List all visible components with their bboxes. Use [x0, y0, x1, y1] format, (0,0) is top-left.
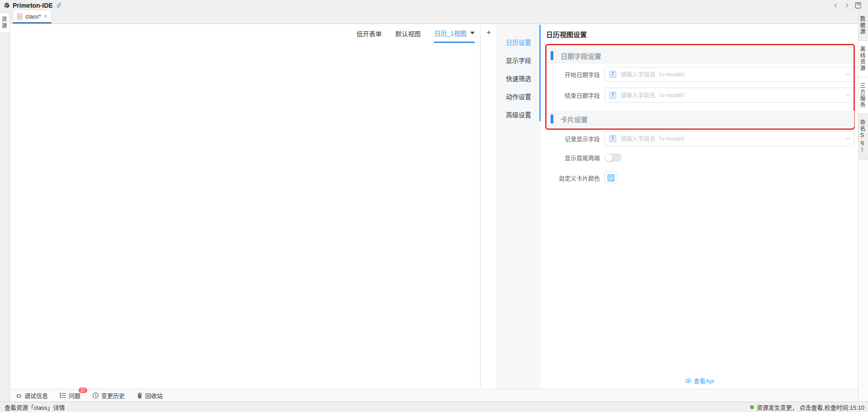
field-row-end-date: 结束日期字段 T [548, 88, 854, 103]
view-tab-default-view[interactable]: 默认视图 [395, 24, 420, 43]
problems-button[interactable]: 问题 37 [60, 391, 80, 400]
document-icon [17, 13, 23, 20]
left-rail: 资源 [0, 10, 10, 402]
left-rail-item-resources[interactable]: 资源 [0, 12, 9, 33]
view-api-link[interactable]: 查看Api [541, 376, 858, 385]
editor-tab-strip: class* × [10, 10, 858, 24]
status-bar: 查看资源「class」详情 资源发生变更， 点击查看,检查时间:15:10 [0, 402, 868, 412]
field-label: 开始日期字段 [548, 70, 604, 79]
view-tab-calendar-view[interactable]: 日历_1视图 [434, 24, 475, 43]
settings-nav-advanced[interactable]: 高级设置 [496, 105, 541, 123]
resource-change-status[interactable]: 资源发生变更， 点击查看,检查时间:15:10 [750, 403, 868, 412]
text-field-icon: T [609, 135, 616, 142]
start-date-field-select[interactable]: T [604, 67, 854, 82]
view-tabs: 低开表单 默认视图 日历_1视图 [356, 24, 475, 43]
section-title: 日期字段设置 [561, 51, 601, 61]
editor-tab-class[interactable]: class* × [13, 10, 52, 24]
settings-nav-actions[interactable]: 动作设置 [496, 87, 541, 105]
field-label: 记录显示字段 [548, 134, 604, 143]
view-tab-calendar-label: 日历_1视图 [434, 28, 467, 38]
text-field-icon: T [609, 92, 616, 99]
record-display-field-select[interactable]: T [604, 131, 854, 146]
section-bar [551, 51, 553, 60]
toggle-knob [605, 154, 613, 161]
right-rail: 数据源 离线资源 三方服务 命名Sql [858, 10, 868, 402]
panel-title: 日历视图设置 [546, 29, 587, 39]
chevron-down-icon [609, 175, 613, 179]
bottom-toolbar: 调试信息 问题 37 变更历史 回收站 [10, 389, 858, 402]
form-canvas[interactable]: 低开表单 默认视图 日历_1视图 + [10, 24, 496, 389]
view-api-label: 查看Api [694, 376, 714, 385]
canvas-divider [480, 26, 481, 387]
editor-tab-label: class* [25, 13, 41, 20]
problems-count-badge: 37 [78, 387, 88, 393]
settings-nav-quick-filter[interactable]: 快速筛选 [496, 69, 541, 87]
app-title: Primeton-IDE [13, 2, 53, 9]
end-date-field-select[interactable]: T [604, 88, 854, 103]
field-label: 显示首尾两端 [548, 153, 604, 162]
debug-info-label: 调试信息 [24, 391, 48, 400]
resource-change-label: 资源发生变更， 点击查看,检查时间:15:10 [757, 403, 864, 412]
section-title: 卡片设置 [561, 114, 588, 124]
field-label: 结束日期字段 [548, 91, 604, 99]
record-display-field-input[interactable] [620, 135, 846, 142]
eye-icon [685, 378, 692, 384]
forward-icon[interactable] [844, 2, 850, 9]
status-ok-dot [750, 405, 754, 409]
right-rail-item-named-sql[interactable]: 命名Sql [859, 114, 868, 160]
view-tab-lowcode-form[interactable]: 低开表单 [356, 24, 382, 43]
bug-icon [15, 392, 22, 399]
field-label: 自定义卡片颜色 [548, 174, 604, 182]
app-logo-icon [4, 2, 10, 9]
add-view-button[interactable]: + [486, 28, 491, 37]
field-row-show-ends: 显示首尾两端 [548, 153, 854, 162]
field-row-record-display: 记录显示字段 T [548, 131, 854, 146]
chevron-down-icon[interactable] [846, 136, 850, 140]
settings-nav-calendar[interactable]: 日历设置 [496, 33, 541, 51]
section-header-card-settings: 卡片设置 [548, 111, 854, 127]
chevron-down-icon[interactable] [846, 92, 850, 97]
text-field-icon: T [609, 71, 616, 78]
debug-info-button[interactable]: 调试信息 [15, 391, 48, 400]
right-rail-item-thirdparty-services[interactable]: 三方服务 [859, 77, 868, 114]
settings-nav-display-fields[interactable]: 显示字段 [496, 51, 541, 69]
chevron-down-icon[interactable] [470, 32, 475, 34]
close-icon[interactable]: × [44, 13, 47, 19]
trash-icon [137, 392, 143, 399]
settings-panel: 日历视图设置 日期字段设置 开始日期字段 T 结束日期字段 T 卡片设置 记录显… [541, 24, 858, 389]
right-rail-item-offline-resources[interactable]: 离线资源 [859, 41, 868, 77]
section-bar [551, 114, 553, 123]
recycle-bin-label: 回收站 [145, 391, 163, 400]
settings-nav: 日历设置 显示字段 快速筛选 动作设置 高级设置 [496, 24, 541, 389]
chevron-down-icon[interactable] [846, 71, 850, 76]
save-icon[interactable] [854, 2, 862, 9]
end-date-field-input[interactable] [620, 92, 846, 99]
change-history-button[interactable]: 变更历史 [92, 391, 125, 400]
card-color-picker[interactable] [604, 171, 618, 184]
list-icon [60, 393, 66, 398]
section-header-date-fields: 日期字段设置 [548, 47, 854, 64]
back-icon[interactable] [833, 2, 839, 9]
recycle-bin-button[interactable]: 回收站 [137, 391, 163, 400]
field-row-start-date: 开始日期字段 T [548, 67, 854, 82]
status-message: 查看资源「class」详情 [0, 403, 65, 412]
clock-icon [92, 392, 99, 399]
field-row-card-color: 自定义卡片颜色 [548, 171, 854, 184]
link-icon[interactable] [56, 2, 62, 9]
change-history-label: 变更历史 [101, 391, 125, 400]
start-date-field-input[interactable] [620, 71, 846, 78]
title-bar: Primeton-IDE [0, 0, 868, 10]
show-ends-toggle[interactable] [604, 153, 622, 162]
right-rail-item-datasource[interactable]: 数据源 [859, 10, 868, 41]
color-swatch [607, 174, 615, 182]
